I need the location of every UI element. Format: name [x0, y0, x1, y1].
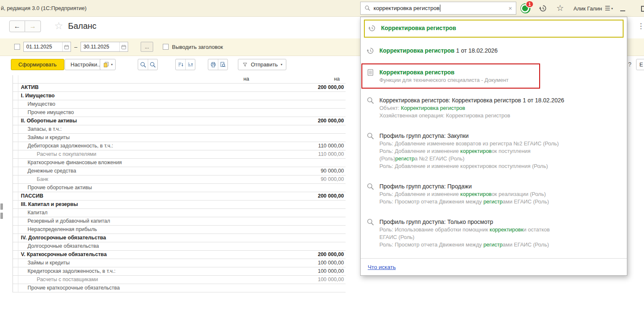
user-name[interactable]: Алик Галин [573, 5, 602, 12]
table-group-column [13, 92, 18, 100]
search-result-item[interactable]: Корректировка регистров: Корректировка р… [361, 93, 627, 123]
restore-window-button[interactable] [641, 6, 644, 12]
row-value [250, 242, 346, 250]
more-button-partial[interactable]: Е [636, 59, 644, 70]
period-checkbox[interactable] [14, 44, 20, 50]
1c-service-icon[interactable]: 1 [520, 3, 531, 14]
row-value [250, 201, 346, 208]
main-menu-icon[interactable]: ☰ ▾ [605, 5, 613, 12]
row-value: 100 000,00 [250, 267, 346, 275]
table-row[interactable]: ПАССИВ 200 000,00 [13, 192, 346, 201]
back-button[interactable]: ← [9, 20, 25, 32]
result-detail-line: Роль: Добавление и изменение корректиров… [379, 190, 549, 198]
app-window: й, редакция 3.0 (1С:Предприятие) коррект… [0, 0, 644, 320]
clear-search-icon[interactable]: × [508, 5, 512, 12]
chevron-down-icon: ▾ [280, 63, 282, 66]
table-row[interactable]: Запасы, в т.ч.: [13, 125, 346, 134]
table-group-column [13, 167, 18, 175]
result-title: Корректировка регистров: Корректировка р… [379, 96, 564, 104]
table-row[interactable]: Имущество [13, 100, 346, 109]
table-row[interactable]: II. Оборотные активы 200 000,00 [13, 117, 346, 125]
table-row[interactable]: Прочие краткосрочные обязательства [13, 284, 346, 292]
print-preview-button[interactable] [218, 59, 227, 70]
row-value: 110 000,00 [250, 142, 346, 150]
table-row[interactable]: Банк 90 000,00 [13, 175, 346, 184]
row-value: 200 000,00 [250, 251, 346, 259]
minimize-button[interactable] [620, 10, 625, 11]
table-row[interactable]: Кредиторская задолженность, в т.ч.: 100 … [13, 267, 346, 276]
column-header-1: на [182, 75, 250, 83]
help-button[interactable]: ? [628, 61, 631, 68]
docked-panel-tab[interactable] [0, 213, 3, 219]
expand-groups-button[interactable] [176, 59, 185, 70]
result-title: Корректировка регистров [379, 68, 509, 76]
table-row[interactable]: Капитал [13, 209, 346, 217]
row-label: III. Капитал и резервы [18, 201, 182, 208]
row-value-col1 [182, 117, 250, 125]
row-label: Прочие краткосрочные обязательства [18, 284, 182, 292]
search-result-item[interactable]: Корректировка регистров [364, 20, 624, 38]
table-row[interactable]: Дебиторская задолженность, в т.ч.: 110 0… [13, 142, 346, 150]
docked-panel-tab[interactable] [0, 203, 3, 210]
row-value-col1 [182, 142, 250, 150]
table-row[interactable]: III. Капитал и резервы [13, 201, 346, 209]
table-row[interactable]: Займы и кредиты 100 000,00 [13, 259, 346, 267]
table-row[interactable]: Прочее имущество [13, 109, 346, 117]
table-row[interactable]: Краткосрочные финансовые вложения [13, 159, 346, 167]
find-button[interactable] [138, 59, 148, 70]
table-row[interactable]: Расчеты с поставщиками 100 000,00 [13, 276, 346, 284]
row-value-col1 [182, 267, 250, 275]
row-value-col1 [182, 209, 250, 217]
table-row[interactable]: I. Имущество [13, 92, 346, 100]
search-text[interactable]: корректировка регистров [374, 5, 439, 11]
more-menu-icon[interactable]: ⋮ [637, 22, 644, 30]
generate-button[interactable]: Сформировать [11, 59, 64, 70]
period-more-button[interactable]: ... [141, 42, 153, 52]
what-to-search-link[interactable]: Что искать [368, 264, 396, 270]
table-row[interactable]: V. Краткосрочные обязательства 200 000,0… [13, 251, 346, 259]
global-search-input[interactable]: корректировка регистров × [360, 2, 516, 15]
table-row[interactable]: Прочие оборотные активы [13, 184, 346, 192]
table-row[interactable]: АКТИВ 200 000,00 [13, 84, 346, 92]
document-icon [366, 69, 375, 84]
table-group-column [13, 159, 18, 167]
search-result-item[interactable]: Профиль групп доступа: Только просмотрРо… [361, 214, 627, 252]
row-label: АКТИВ [18, 84, 182, 91]
window-title: й, редакция 3.0 (1С:Предприятие) [1, 5, 86, 11]
table-group-column [13, 134, 18, 142]
row-label: Запасы, в т.ч.: [18, 125, 182, 133]
calendar-icon[interactable] [119, 42, 128, 51]
date-from-input[interactable]: 01.11.2025 [23, 42, 71, 52]
table-row[interactable]: Расчеты с покупателями 110 000,00 [13, 150, 346, 159]
table-row[interactable]: Займы и кредиты [13, 134, 346, 142]
search-result-item[interactable]: Профиль групп доступа: ЗакупкиРоль: Доба… [361, 128, 627, 173]
history-icon[interactable] [539, 4, 547, 13]
search-result-item[interactable]: Профиль групп доступа: ПродажиРоль: Доба… [361, 179, 627, 209]
collapse-groups-button[interactable] [185, 59, 195, 70]
forward-button[interactable]: → [25, 20, 41, 32]
send-button[interactable]: Отправить ▾ [238, 59, 286, 70]
print-button[interactable] [208, 59, 218, 70]
favorite-toggle-star-icon[interactable]: ☆ [54, 20, 63, 32]
find-next-button[interactable] [148, 59, 157, 70]
search-result-item[interactable]: Корректировка регистров 1 от 18.02.2026 [361, 43, 627, 59]
calendar-icon[interactable] [62, 42, 71, 51]
row-value: 100 000,00 [250, 276, 346, 284]
result-title: Корректировка регистров 1 от 18.02.2026 [379, 46, 498, 55]
row-value [250, 209, 346, 217]
row-value [250, 217, 346, 225]
table-row[interactable]: Резервный и добавочный капитал [13, 217, 346, 226]
table-row[interactable]: Денежные средства 90 000,00 [13, 167, 346, 175]
date-to-input[interactable]: 30.11.2025 [81, 42, 128, 52]
search-result-item[interactable]: Корректировка регистровФункции для техни… [361, 65, 627, 87]
table-row[interactable]: IV. Долгосрочные обязательства [13, 234, 346, 242]
report-variants-button[interactable]: ▾ [100, 59, 116, 70]
favorites-star-icon[interactable]: ☆ [556, 3, 564, 13]
result-detail-line: Функции для технического специалиста - Д… [379, 76, 509, 84]
table-group-column [13, 234, 18, 242]
table-group-column [13, 84, 18, 91]
table-row[interactable]: Долгосрочные обязательства [13, 242, 346, 251]
row-label: ПАССИВ [18, 192, 182, 200]
table-row[interactable]: Нераспределенная прибыль [13, 226, 346, 234]
show-header-checkbox[interactable] [163, 44, 169, 50]
